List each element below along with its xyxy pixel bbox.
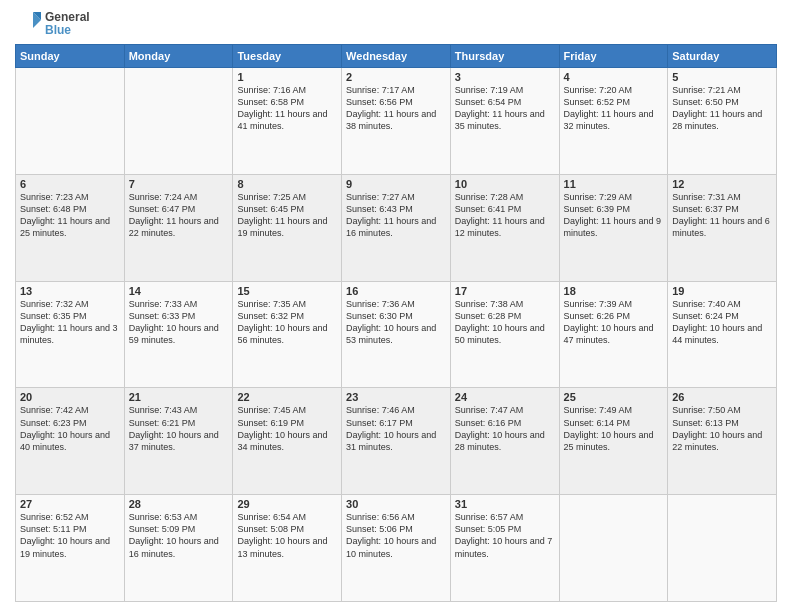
day-info: Sunrise: 7:38 AM Sunset: 6:28 PM Dayligh… [455, 298, 555, 347]
day-number: 8 [237, 178, 337, 190]
logo-text: General Blue [15, 10, 90, 38]
calendar-cell: 7Sunrise: 7:24 AM Sunset: 6:47 PM Daylig… [124, 174, 233, 281]
weekday-header: Sunday [16, 45, 125, 68]
day-number: 30 [346, 498, 446, 510]
day-info: Sunrise: 7:46 AM Sunset: 6:17 PM Dayligh… [346, 404, 446, 453]
header-row: SundayMondayTuesdayWednesdayThursdayFrid… [16, 45, 777, 68]
weekday-header: Thursday [450, 45, 559, 68]
day-info: Sunrise: 7:35 AM Sunset: 6:32 PM Dayligh… [237, 298, 337, 347]
day-info: Sunrise: 7:17 AM Sunset: 6:56 PM Dayligh… [346, 84, 446, 133]
day-number: 24 [455, 391, 555, 403]
calendar-cell: 13Sunrise: 7:32 AM Sunset: 6:35 PM Dayli… [16, 281, 125, 388]
calendar-cell: 26Sunrise: 7:50 AM Sunset: 6:13 PM Dayli… [668, 388, 777, 495]
day-info: Sunrise: 7:19 AM Sunset: 6:54 PM Dayligh… [455, 84, 555, 133]
calendar-cell: 1Sunrise: 7:16 AM Sunset: 6:58 PM Daylig… [233, 68, 342, 175]
day-info: Sunrise: 7:24 AM Sunset: 6:47 PM Dayligh… [129, 191, 229, 240]
day-info: Sunrise: 7:39 AM Sunset: 6:26 PM Dayligh… [564, 298, 664, 347]
calendar-cell: 22Sunrise: 7:45 AM Sunset: 6:19 PM Dayli… [233, 388, 342, 495]
calendar-week-row: 1Sunrise: 7:16 AM Sunset: 6:58 PM Daylig… [16, 68, 777, 175]
day-info: Sunrise: 7:47 AM Sunset: 6:16 PM Dayligh… [455, 404, 555, 453]
day-number: 9 [346, 178, 446, 190]
day-info: Sunrise: 7:27 AM Sunset: 6:43 PM Dayligh… [346, 191, 446, 240]
day-number: 21 [129, 391, 229, 403]
weekday-header: Tuesday [233, 45, 342, 68]
page: General Blue SundayMondayTuesdayWednesda… [0, 0, 792, 612]
calendar-cell: 18Sunrise: 7:39 AM Sunset: 6:26 PM Dayli… [559, 281, 668, 388]
calendar-cell: 11Sunrise: 7:29 AM Sunset: 6:39 PM Dayli… [559, 174, 668, 281]
day-number: 13 [20, 285, 120, 297]
calendar-cell: 23Sunrise: 7:46 AM Sunset: 6:17 PM Dayli… [342, 388, 451, 495]
weekday-header: Friday [559, 45, 668, 68]
day-info: Sunrise: 7:25 AM Sunset: 6:45 PM Dayligh… [237, 191, 337, 240]
day-number: 17 [455, 285, 555, 297]
calendar-cell: 24Sunrise: 7:47 AM Sunset: 6:16 PM Dayli… [450, 388, 559, 495]
day-info: Sunrise: 6:54 AM Sunset: 5:08 PM Dayligh… [237, 511, 337, 560]
calendar-week-row: 6Sunrise: 7:23 AM Sunset: 6:48 PM Daylig… [16, 174, 777, 281]
day-info: Sunrise: 7:33 AM Sunset: 6:33 PM Dayligh… [129, 298, 229, 347]
calendar-week-row: 20Sunrise: 7:42 AM Sunset: 6:23 PM Dayli… [16, 388, 777, 495]
header: General Blue [15, 10, 777, 38]
calendar-cell: 29Sunrise: 6:54 AM Sunset: 5:08 PM Dayli… [233, 495, 342, 602]
day-info: Sunrise: 7:45 AM Sunset: 6:19 PM Dayligh… [237, 404, 337, 453]
calendar-cell: 15Sunrise: 7:35 AM Sunset: 6:32 PM Dayli… [233, 281, 342, 388]
day-number: 18 [564, 285, 664, 297]
day-number: 25 [564, 391, 664, 403]
calendar-cell: 5Sunrise: 7:21 AM Sunset: 6:50 PM Daylig… [668, 68, 777, 175]
day-number: 22 [237, 391, 337, 403]
calendar-cell: 6Sunrise: 7:23 AM Sunset: 6:48 PM Daylig… [16, 174, 125, 281]
calendar-table: SundayMondayTuesdayWednesdayThursdayFrid… [15, 44, 777, 602]
calendar-cell: 25Sunrise: 7:49 AM Sunset: 6:14 PM Dayli… [559, 388, 668, 495]
day-info: Sunrise: 7:23 AM Sunset: 6:48 PM Dayligh… [20, 191, 120, 240]
calendar-cell: 12Sunrise: 7:31 AM Sunset: 6:37 PM Dayli… [668, 174, 777, 281]
weekday-header: Wednesday [342, 45, 451, 68]
calendar-cell: 20Sunrise: 7:42 AM Sunset: 6:23 PM Dayli… [16, 388, 125, 495]
day-number: 20 [20, 391, 120, 403]
day-number: 11 [564, 178, 664, 190]
day-info: Sunrise: 7:50 AM Sunset: 6:13 PM Dayligh… [672, 404, 772, 453]
calendar-cell [668, 495, 777, 602]
day-info: Sunrise: 7:40 AM Sunset: 6:24 PM Dayligh… [672, 298, 772, 347]
calendar-cell: 16Sunrise: 7:36 AM Sunset: 6:30 PM Dayli… [342, 281, 451, 388]
calendar-cell: 4Sunrise: 7:20 AM Sunset: 6:52 PM Daylig… [559, 68, 668, 175]
weekday-header: Saturday [668, 45, 777, 68]
weekday-header: Monday [124, 45, 233, 68]
day-info: Sunrise: 6:53 AM Sunset: 5:09 PM Dayligh… [129, 511, 229, 560]
calendar-cell: 8Sunrise: 7:25 AM Sunset: 6:45 PM Daylig… [233, 174, 342, 281]
day-number: 1 [237, 71, 337, 83]
day-info: Sunrise: 7:42 AM Sunset: 6:23 PM Dayligh… [20, 404, 120, 453]
logo-blue: Blue [45, 24, 90, 37]
day-number: 27 [20, 498, 120, 510]
calendar-cell: 3Sunrise: 7:19 AM Sunset: 6:54 PM Daylig… [450, 68, 559, 175]
calendar-cell [16, 68, 125, 175]
day-number: 4 [564, 71, 664, 83]
calendar-cell: 2Sunrise: 7:17 AM Sunset: 6:56 PM Daylig… [342, 68, 451, 175]
day-number: 5 [672, 71, 772, 83]
day-number: 31 [455, 498, 555, 510]
day-info: Sunrise: 7:32 AM Sunset: 6:35 PM Dayligh… [20, 298, 120, 347]
calendar-cell: 30Sunrise: 6:56 AM Sunset: 5:06 PM Dayli… [342, 495, 451, 602]
day-info: Sunrise: 6:57 AM Sunset: 5:05 PM Dayligh… [455, 511, 555, 560]
day-info: Sunrise: 7:31 AM Sunset: 6:37 PM Dayligh… [672, 191, 772, 240]
day-number: 29 [237, 498, 337, 510]
calendar-cell: 14Sunrise: 7:33 AM Sunset: 6:33 PM Dayli… [124, 281, 233, 388]
day-info: Sunrise: 7:49 AM Sunset: 6:14 PM Dayligh… [564, 404, 664, 453]
calendar-week-row: 27Sunrise: 6:52 AM Sunset: 5:11 PM Dayli… [16, 495, 777, 602]
calendar-cell: 31Sunrise: 6:57 AM Sunset: 5:05 PM Dayli… [450, 495, 559, 602]
day-number: 2 [346, 71, 446, 83]
calendar-cell [124, 68, 233, 175]
logo: General Blue [15, 10, 90, 38]
day-number: 19 [672, 285, 772, 297]
day-number: 12 [672, 178, 772, 190]
day-number: 15 [237, 285, 337, 297]
calendar-cell: 27Sunrise: 6:52 AM Sunset: 5:11 PM Dayli… [16, 495, 125, 602]
day-number: 26 [672, 391, 772, 403]
day-info: Sunrise: 6:52 AM Sunset: 5:11 PM Dayligh… [20, 511, 120, 560]
calendar-week-row: 13Sunrise: 7:32 AM Sunset: 6:35 PM Dayli… [16, 281, 777, 388]
day-number: 10 [455, 178, 555, 190]
calendar-cell: 17Sunrise: 7:38 AM Sunset: 6:28 PM Dayli… [450, 281, 559, 388]
day-number: 7 [129, 178, 229, 190]
day-info: Sunrise: 7:36 AM Sunset: 6:30 PM Dayligh… [346, 298, 446, 347]
calendar-cell: 9Sunrise: 7:27 AM Sunset: 6:43 PM Daylig… [342, 174, 451, 281]
calendar-cell: 19Sunrise: 7:40 AM Sunset: 6:24 PM Dayli… [668, 281, 777, 388]
day-number: 6 [20, 178, 120, 190]
